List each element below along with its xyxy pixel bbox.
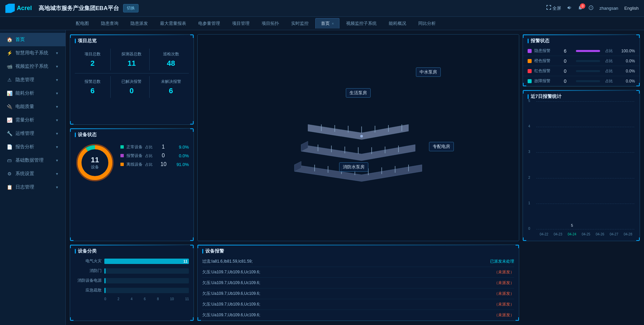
stat-label: 报警总数: [76, 79, 109, 85]
model-label-zhuanpeidianfang: 专配电房: [429, 142, 454, 151]
alert-table-text: 欠压:Ua109.7,Ub109.6,Uc109.6;: [202, 312, 494, 318]
main-layout: 🏠 首页 ⚡ 智慧用电子系统 ▼ 📹 视频监控子系统 ▼ ⚠ 隐患管理 ▼ 📊 …: [0, 30, 644, 325]
nav-tab-最大需量报表[interactable]: 最大需量报表: [155, 18, 192, 29]
nav-tab-同比分析[interactable]: 同比分析: [413, 18, 441, 29]
sidebar-item-智慧用电子系统[interactable]: ⚡ 智慧用电子系统 ▼: [0, 46, 65, 60]
sidebar-arrow: ▼: [55, 132, 59, 136]
alert-table-text: 欠压:Ua109.7,Ub109.6,Uc109.6;: [202, 291, 494, 296]
stat-label: 已解决报警: [115, 79, 148, 85]
alert-table-row: 欠压:Ua109.7,Ub109.6,Uc109.6; （未派发）: [202, 267, 514, 278]
sidebar-item-视频监控子系统[interactable]: 📹 视频监控子系统 ▼: [0, 60, 65, 73]
horiz-bar-wrap: [104, 268, 189, 274]
sidebar-item-能耗分析[interactable]: 📊 能耗分析 ▼: [0, 87, 65, 100]
stat-label: 巡检次数: [154, 51, 187, 57]
sidebar-item-系统设置[interactable]: ⚙ 系统设置 ▼: [0, 167, 65, 180]
status-label: 正常设备: [126, 144, 143, 150]
sidebar-item-日志管理[interactable]: 📋 日志管理 ▼: [0, 180, 65, 194]
alert-count: 6: [564, 48, 571, 54]
x-axis-label: 4: [130, 297, 132, 301]
device-category-panel: 设备分类 电气火灾 11 消防门 消防设备电源 应急疏散 024681: [70, 245, 194, 321]
status-label: 报警设备: [126, 153, 143, 159]
alert-row-隐患报警: 隐患报警 6 占比 100.0%: [523, 46, 640, 56]
notification-count: 0: [580, 3, 585, 9]
stat-label: 未解决报警: [154, 79, 187, 85]
help-icon[interactable]: ?: [589, 5, 593, 11]
username: zhangsan: [599, 6, 618, 11]
nav-tab-配电图[interactable]: 配电图: [70, 18, 94, 29]
alert-table-row: 欠压:Ua109.7,Ub109.6,Uc109.6; （未派发）: [202, 310, 514, 321]
nav-tabs: 配电图隐患查询隐患派发最大需量报表电参量管理项目管理项目拓扑实时监控首页×视频监…: [0, 17, 644, 30]
nav-tab-隐患派发[interactable]: 隐患派发: [125, 18, 153, 29]
model-label-shenghuobengfang: 生活泵房: [346, 88, 371, 98]
nav-tab-首页[interactable]: 首页×: [315, 18, 339, 29]
nav-tab-实时监控[interactable]: 实时监控: [286, 18, 314, 29]
nav-tab-项目管理[interactable]: 项目管理: [227, 18, 255, 29]
x-tick: 04-25: [580, 232, 592, 236]
status-dot: [120, 163, 124, 166]
sidebar-arrow: ▼: [55, 172, 59, 176]
nav-tab-close[interactable]: ×: [332, 21, 334, 25]
logo: Acrel: [5, 4, 32, 13]
nav-tab-隐患查询[interactable]: 隐患查询: [96, 18, 124, 29]
sidebar-label: 隐患管理: [15, 77, 52, 83]
model-label-zhongshuibengfang: 中水泵房: [416, 67, 441, 77]
nav-tab-电参量管理[interactable]: 电参量管理: [193, 18, 225, 29]
alert-table-row: 欠压:Ua109.7,Ub109.6,Uc109.6; （未派发）: [202, 288, 514, 299]
switch-button[interactable]: 切换: [123, 4, 139, 12]
sidebar-icon: ⚙: [7, 171, 12, 176]
donut-chart: 11 设备: [75, 143, 115, 183]
alert-color-dot: [528, 79, 532, 83]
alert-table-status: （未派发）: [494, 312, 514, 318]
x-axis-label: 11: [185, 297, 189, 301]
sidebar-item-报告分析[interactable]: 📄 报告分析 ▼: [0, 140, 65, 154]
alert-table-status: 已派发未处理: [490, 259, 514, 264]
sidebar-item-隐患管理[interactable]: ⚠ 隐患管理 ▼: [0, 73, 65, 87]
horiz-bar-value: 11: [183, 259, 187, 263]
status-percent: 0.0%: [179, 153, 189, 158]
sidebar-arrow: ▼: [55, 159, 59, 162]
horiz-bar-fill: 11: [104, 259, 189, 264]
status-count: 0: [162, 153, 170, 159]
sidebar-icon: 📄: [7, 144, 12, 150]
sidebar-item-需量分析[interactable]: 📈 需量分析 ▼: [0, 113, 65, 127]
horiz-bar-wrap: [104, 288, 189, 293]
building-model: [274, 84, 442, 192]
notification-bell[interactable]: 0: [578, 5, 583, 11]
alert-table-status: （未派发）: [494, 280, 514, 286]
alert-table-status: （未派发）: [494, 269, 514, 275]
content-area: 项目总览 项目总数 2探测器总数 11巡检次数 48 报警总数 6已解决报警 0…: [66, 30, 644, 325]
nav-tab-能耗概况[interactable]: 能耗概况: [383, 18, 412, 29]
stat-value: 0: [115, 87, 148, 95]
fullscreen-button[interactable]: 全屏: [546, 5, 561, 11]
alert-ratio-label: 占比: [605, 78, 615, 84]
status-ratio-label: 占比: [145, 153, 153, 158]
x-axis-label: 6: [144, 297, 146, 301]
alert-table-text: 欠压:Ua109.7,Ub109.6,Uc109.6;: [202, 302, 494, 307]
alert-ratio-label: 占比: [605, 58, 615, 63]
x-tick: 04-28: [622, 232, 634, 236]
alert-count: 0: [564, 58, 571, 64]
language-selector[interactable]: English: [624, 6, 639, 11]
alert-row-故障报警: 故障报警 0 占比 0.0%: [523, 76, 640, 86]
alert-ratio: 0.0%: [618, 59, 635, 63]
sidebar-item-基础数据管理[interactable]: 🗃 基础数据管理 ▼: [0, 154, 65, 167]
x-axis-label: 2: [117, 297, 119, 301]
nav-tab-视频监控子系统[interactable]: 视频监控子系统: [341, 18, 382, 29]
nav-tab-项目拓扑[interactable]: 项目拓扑: [256, 18, 284, 29]
alert-color-dot: [528, 69, 532, 73]
sidebar-item-电能质量[interactable]: 🔌 电能质量 ▼: [0, 100, 65, 113]
bar-chart-area: 5 4 3 2 1 0: [523, 102, 640, 239]
mute-button[interactable]: [567, 5, 572, 11]
horiz-bar-label: 应急疏散: [75, 287, 102, 293]
sidebar-icon: 📹: [7, 64, 12, 69]
device-alerts-panel: 设备报警 过流:Ia81.6,Ib81.59,Ic81.59; 已派发未处理 欠…: [197, 245, 519, 321]
stats-grid-bottom: 报警总数 6已解决报警 0未解决报警 6: [70, 73, 194, 101]
status-percent: 9.0%: [179, 145, 189, 150]
device-status-title: 设备状态: [70, 128, 194, 140]
sidebar-item-运维管理[interactable]: 🔧 运维管理 ▼: [0, 127, 65, 140]
sidebar-item-首页[interactable]: 🏠 首页: [0, 33, 65, 46]
model-label-xiaofangbengfang: 消防水泵房: [339, 162, 368, 172]
status-ratio-label: 占比: [145, 162, 153, 167]
sidebar-arrow: ▼: [55, 145, 59, 149]
x-tick: 04-26: [594, 232, 606, 236]
